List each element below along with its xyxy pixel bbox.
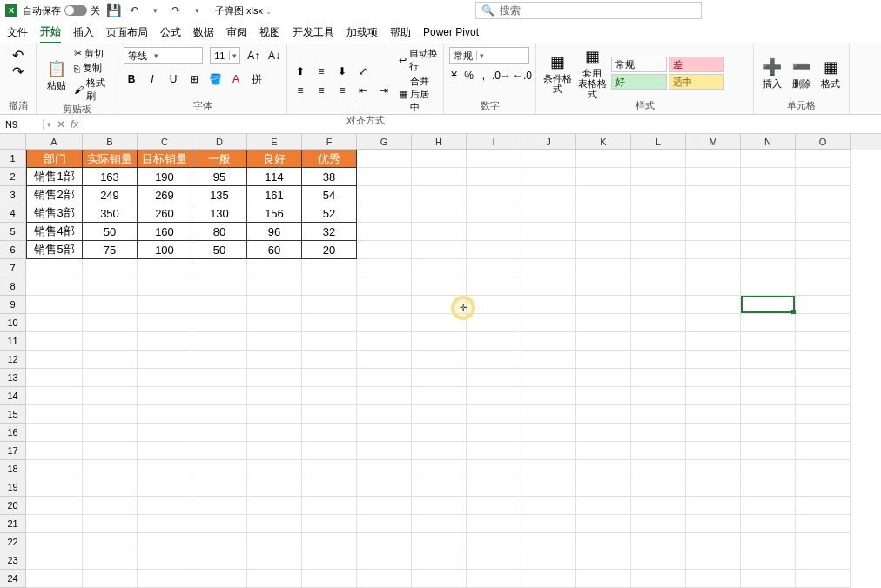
col-header-A[interactable]: A — [26, 134, 83, 150]
cell-O15[interactable] — [796, 405, 851, 424]
cell-O3[interactable] — [796, 186, 851, 204]
cell-A20[interactable] — [26, 497, 83, 515]
cell-I15[interactable] — [467, 405, 521, 424]
cell-M7[interactable] — [686, 259, 741, 277]
cell-N17[interactable] — [741, 442, 796, 460]
cell-H23[interactable] — [412, 551, 467, 570]
cell-L24[interactable] — [631, 570, 686, 588]
col-header-H[interactable]: H — [412, 134, 467, 150]
cell-I7[interactable] — [467, 259, 521, 277]
cell-B11[interactable] — [83, 332, 138, 351]
italic-button[interactable]: I — [145, 71, 160, 87]
cell-L5[interactable] — [631, 223, 686, 241]
cell-F7[interactable] — [302, 259, 357, 277]
cell-O10[interactable] — [796, 314, 851, 332]
cell-I1[interactable] — [467, 150, 521, 168]
cell-A17[interactable] — [26, 442, 83, 460]
cell-D19[interactable] — [192, 478, 247, 497]
col-header-L[interactable]: L — [631, 134, 686, 150]
cell-N7[interactable] — [741, 259, 796, 277]
cell-J18[interactable] — [521, 460, 576, 478]
row-header-14[interactable]: 14 — [0, 387, 26, 405]
cell-K24[interactable] — [576, 570, 631, 588]
cell-I5[interactable] — [467, 223, 521, 241]
cell-F17[interactable] — [302, 442, 357, 460]
row-header-12[interactable]: 12 — [0, 351, 26, 369]
tab-Power Pivot[interactable]: Power Pivot — [423, 23, 479, 41]
cell-J17[interactable] — [521, 442, 576, 460]
number-format-combo[interactable]: 常规▾ — [449, 47, 529, 64]
cell-K5[interactable] — [576, 223, 631, 241]
align-middle-button[interactable]: ≡ — [313, 63, 329, 79]
cell-O19[interactable] — [796, 478, 851, 497]
col-header-I[interactable]: I — [467, 134, 521, 150]
cell-A19[interactable] — [26, 478, 83, 497]
cancel-formula-icon[interactable]: ✕ — [57, 118, 65, 130]
cell-N6[interactable] — [741, 241, 796, 259]
cell-G1[interactable] — [357, 150, 412, 168]
cut-button[interactable]: ✂剪切 — [74, 47, 112, 60]
cell-I14[interactable] — [467, 387, 521, 405]
cell-F11[interactable] — [302, 332, 357, 351]
cell-K21[interactable] — [576, 515, 631, 533]
cell-E14[interactable] — [247, 387, 302, 405]
cell-K6[interactable] — [576, 241, 631, 259]
cell-M11[interactable] — [686, 332, 741, 351]
cell-F10[interactable] — [302, 314, 357, 332]
cell-J13[interactable] — [521, 369, 576, 387]
cell-I19[interactable] — [467, 478, 521, 497]
cell-B6[interactable]: 75 — [83, 241, 138, 259]
cell-O12[interactable] — [796, 351, 851, 369]
row-header-5[interactable]: 5 — [0, 223, 26, 241]
cell-M13[interactable] — [686, 369, 741, 387]
tab-插入[interactable]: 插入 — [73, 23, 94, 43]
cell-H13[interactable] — [412, 369, 467, 387]
row-header-7[interactable]: 7 — [0, 259, 26, 277]
cell-I3[interactable] — [467, 186, 521, 204]
style-bad[interactable]: 差 — [669, 57, 724, 72]
cell-A1[interactable]: 部门 — [26, 150, 83, 168]
cell-N23[interactable] — [741, 551, 796, 570]
cell-N20[interactable] — [741, 497, 796, 515]
cell-E2[interactable]: 114 — [247, 168, 302, 186]
cell-A3[interactable]: 销售2部 — [26, 186, 83, 204]
cell-K14[interactable] — [576, 387, 631, 405]
cell-I20[interactable] — [467, 497, 521, 515]
paste-button[interactable]: 📋 粘贴 — [42, 59, 71, 90]
col-header-C[interactable]: C — [138, 134, 192, 150]
row-header-17[interactable]: 17 — [0, 442, 26, 460]
indent-increase-button[interactable]: ⇥ — [376, 83, 392, 98]
cell-C23[interactable] — [138, 551, 192, 570]
cell-G23[interactable] — [357, 551, 412, 570]
cell-K8[interactable] — [576, 277, 631, 296]
cell-O24[interactable] — [796, 570, 851, 588]
cell-K12[interactable] — [576, 351, 631, 369]
cell-D12[interactable] — [192, 351, 247, 369]
cell-B13[interactable] — [83, 369, 138, 387]
cells-grid[interactable]: 部门实际销量目标销量一般良好优秀销售1部1631909511438销售2部249… — [26, 150, 851, 588]
cell-F19[interactable] — [302, 478, 357, 497]
cell-J4[interactable] — [521, 204, 576, 223]
cell-K10[interactable] — [576, 314, 631, 332]
cell-L20[interactable] — [631, 497, 686, 515]
cell-F5[interactable]: 32 — [302, 223, 357, 241]
cell-O18[interactable] — [796, 460, 851, 478]
cell-F13[interactable] — [302, 369, 357, 387]
cell-G5[interactable] — [357, 223, 412, 241]
cell-K20[interactable] — [576, 497, 631, 515]
cell-K4[interactable] — [576, 204, 631, 223]
cell-H21[interactable] — [412, 515, 467, 533]
style-good[interactable]: 好 — [611, 74, 667, 90]
cell-H8[interactable] — [412, 277, 467, 296]
cell-B4[interactable]: 350 — [83, 204, 138, 223]
insert-cells-button[interactable]: ➕插入 — [759, 57, 785, 89]
cell-J11[interactable] — [521, 332, 576, 351]
cell-K23[interactable] — [576, 551, 631, 570]
cell-I6[interactable] — [467, 241, 521, 259]
cell-F3[interactable]: 54 — [302, 186, 357, 204]
cell-K13[interactable] — [576, 369, 631, 387]
tab-公式[interactable]: 公式 — [160, 23, 181, 43]
cell-O20[interactable] — [796, 497, 851, 515]
cell-B20[interactable] — [83, 497, 138, 515]
cell-E17[interactable] — [247, 442, 302, 460]
